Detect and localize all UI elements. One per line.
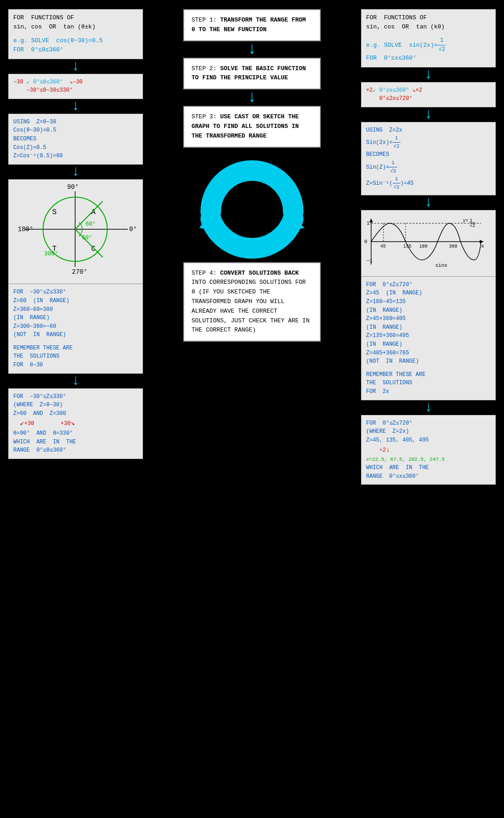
- step2-label: STEP 2: SOLVE THE BASIC FUNCTION TO FIND…: [192, 64, 312, 83]
- rt2: sin, cos OR tan (kθ): [366, 22, 491, 32]
- ru1: USING Z=2x: [366, 126, 491, 135]
- ls8: THE SOLUTIONS: [13, 352, 138, 361]
- rf1: FOR 0°≤Z≤720°: [366, 419, 491, 428]
- right-arrow-2: ↓: [424, 107, 433, 122]
- svg-point-18: [227, 187, 277, 237]
- svg-text:0: 0: [364, 239, 367, 244]
- center-column: STEP 1: TRANSFORM THE RANGE FROM θ TO TH…: [147, 5, 357, 485]
- circular-arrows: [183, 148, 321, 276]
- left-final-box: FOR −30°≤Z≤330° (WHERE Z=θ−30) Z=60 AND …: [8, 388, 143, 459]
- svg-text:45: 45: [380, 244, 386, 249]
- svg-text:x: x: [481, 243, 484, 249]
- left-using-line2: Cos(θ−30)=0.5: [13, 126, 138, 135]
- right-final-box: FOR 0°≤Z≤720° (WHERE Z=2x) Z=45, 135, 40…: [361, 415, 496, 485]
- right-arrow-3: ↓: [424, 195, 433, 210]
- center-arrow-1: ↓: [247, 41, 257, 58]
- ru4: Sin(Z)=1√2: [366, 159, 491, 175]
- ls7: REMEMBER THESE ARE: [13, 344, 138, 353]
- lf1: FOR −30°≤Z≤330°: [13, 392, 138, 401]
- svg-text:180: 180: [419, 244, 427, 249]
- rs1: FOR 0°≤Z≤720°: [366, 281, 491, 289]
- left-using-line1: USING Z=θ−30: [13, 118, 138, 127]
- svg-text:sinx: sinx: [435, 263, 448, 268]
- lf5: θ=90° AND θ=330°: [13, 429, 138, 438]
- rf3: Z=45, 135, 405, 495: [366, 436, 491, 445]
- sin-graph-svg: 1 0 −1 45 135 180 360 x y= 1 √2: [364, 214, 488, 269]
- rr1: ×2↙ 0°≤x≤360° ↘×2: [366, 86, 491, 95]
- ls4: (IN RANGE): [13, 314, 138, 322]
- rs2: Z=45 (IN RANGE): [366, 289, 491, 298]
- circular-arrow-section: [149, 148, 355, 276]
- ls2: Z=60 (IN RANGE): [13, 297, 138, 305]
- lf2: (WHERE Z=θ−30): [13, 401, 138, 409]
- ru2: Sin(2x)=1√2: [366, 134, 491, 150]
- left-range-box: −30 ↙ 0°≤θ≤360° ↘−30 −30°≤θ−30≤330°: [8, 74, 143, 99]
- rs4: (IN RANGE): [366, 306, 491, 315]
- rt4: FOR 0°≤x≤360°: [366, 54, 491, 63]
- rs11: REMEMBER THESE ARE: [366, 370, 491, 379]
- step1-label: STEP 1: TRANSFORM THE RANGE FROM θ TO TH…: [192, 16, 312, 35]
- left-using-line5: Z=Cos⁻¹(0.5)=60: [13, 152, 138, 160]
- right-graph-box: 1 0 −1 45 135 180 360 x y= 1 √2: [361, 210, 496, 276]
- rf4: ÷2↓: [366, 444, 491, 456]
- right-top-box: FOR FUNCTIONS OF sin, cos OR tan (kθ) e.…: [361, 9, 496, 67]
- svg-text:0°: 0°: [129, 226, 137, 233]
- left-top-box: FOR FUNCTIONS OF sin, cos OR tan (θ±k) e…: [8, 9, 143, 59]
- svg-text:√2: √2: [470, 223, 475, 228]
- left-arrow-1: ↓: [71, 59, 80, 74]
- ls5: Z=300−360=−60: [13, 322, 138, 331]
- step2-num: STEP 2:: [192, 65, 220, 72]
- left-range-result: −30°≤θ−30≤330°: [13, 86, 138, 95]
- step1-box: STEP 1: TRANSFORM THE RANGE FROM θ TO TH…: [183, 9, 321, 41]
- svg-text:1: 1: [470, 218, 472, 223]
- left-range-content: −30 ↙ 0°≤θ≤360° ↘−30: [13, 78, 138, 87]
- svg-text:60°: 60°: [86, 221, 96, 227]
- left-solutions-box: FOR −30°≤Z≤330° Z=60 (IN RANGE) Z=360−60…: [8, 284, 143, 373]
- right-solutions-box: FOR 0°≤Z≤720° Z=45 (IN RANGE) Z=180−45=1…: [361, 276, 496, 400]
- ls6: (NOT IN RANGE): [13, 331, 138, 339]
- rs13: FOR 2x: [366, 387, 491, 396]
- svg-marker-21: [480, 240, 483, 243]
- left-column: FOR FUNCTIONS OF sin, cos OR tan (θ±k) e…: [5, 5, 147, 485]
- rf2: (WHERE Z=2x): [366, 427, 491, 436]
- ru3: BECOMES: [366, 150, 491, 159]
- svg-text:360: 360: [449, 244, 457, 249]
- ls9: FOR θ−30: [13, 361, 138, 370]
- lf6: WHICH ARE IN THE: [13, 438, 138, 447]
- rr2: 0°≤2x≤720°: [366, 94, 491, 103]
- step3-label: STEP 3: USE CAST OR SKETCH THE GRAPH TO …: [192, 112, 312, 141]
- svg-text:90°: 90°: [67, 183, 78, 191]
- rf6: WHICH ARE IN THE: [366, 464, 491, 472]
- rs9: Z=405+360=765: [366, 349, 491, 358]
- svg-marker-22: [369, 219, 373, 222]
- svg-line-13: [75, 229, 103, 257]
- page: FOR FUNCTIONS OF sin, cos OR tan (θ±k) e…: [0, 0, 504, 818]
- step2-box: STEP 2: SOLVE THE BASIC FUNCTION TO FIND…: [183, 58, 321, 90]
- rf7: RANGE 0°≤x≤360°: [366, 472, 491, 481]
- svg-text:y=: y=: [463, 218, 468, 223]
- svg-text:S: S: [52, 208, 57, 216]
- svg-text:180°: 180°: [18, 226, 33, 233]
- svg-text:60°: 60°: [82, 235, 92, 241]
- rs5: Z=45+360=405: [366, 315, 491, 323]
- left-arrow-3: ↓: [71, 165, 80, 179]
- rs3: Z=180−45=135: [366, 298, 491, 306]
- ls1: FOR −30°≤Z≤330°: [13, 288, 138, 297]
- rs6: (IN RANGE): [366, 323, 491, 332]
- lf3: Z=60 AND Z=300: [13, 409, 138, 418]
- right-arrow-1: ↓: [424, 67, 433, 82]
- ls3: Z=360−60=300: [13, 305, 138, 314]
- right-column: FOR FUNCTIONS OF sin, cos OR tan (kθ) e.…: [357, 5, 499, 485]
- left-top-line1: FOR FUNCTIONS OF: [13, 13, 138, 22]
- left-using-line4: Cos(Z)=0.5: [13, 144, 138, 152]
- left-arrow-2: ↓: [71, 99, 80, 114]
- step4-label: STEP 4: CONVERT SOLUTIONS BACK INTO CORR…: [192, 269, 312, 336]
- rs10: (NOT IN RANGE): [366, 357, 491, 366]
- lf4: ↙+30 +30↘: [13, 418, 138, 429]
- rf5: x=22.5, 67.5, 202.5, 247.5: [366, 456, 491, 464]
- svg-text:1: 1: [367, 221, 370, 226]
- rt3: e.g. SOLVE sin(2x)=1√2: [366, 36, 491, 54]
- step1-num: STEP 1:: [192, 17, 217, 23]
- rt1: FOR FUNCTIONS OF: [366, 13, 491, 22]
- svg-text:270°: 270°: [72, 268, 88, 276]
